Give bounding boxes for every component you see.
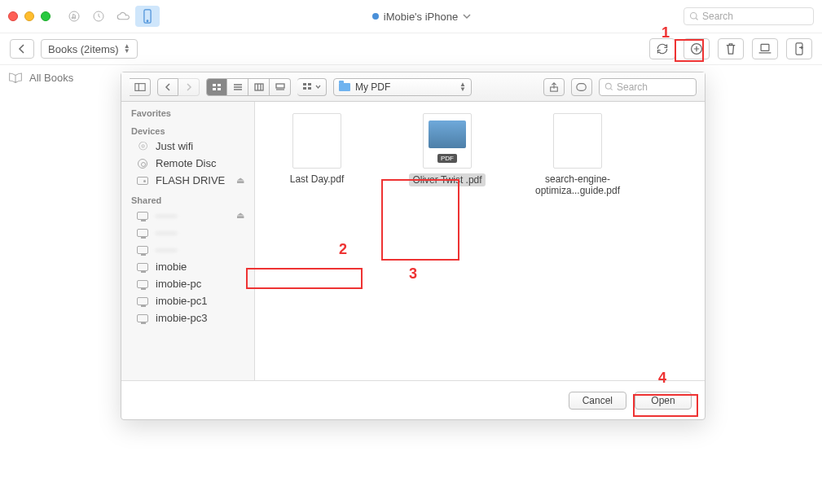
tag-button[interactable]	[571, 78, 592, 96]
updown-icon: ▲▼	[459, 82, 466, 92]
svg-point-6	[691, 13, 697, 20]
file-open-dialog: My PDF ▲▼ Search Favorites Devices ⦾ Jus…	[121, 72, 706, 420]
svg-point-1	[72, 17, 73, 19]
toggle-sidebar-button[interactable]	[130, 78, 151, 96]
eject-icon[interactable]: ⏏	[236, 175, 244, 186]
svg-rect-12	[218, 84, 221, 86]
breadcrumb-label: Books (2items)	[48, 43, 119, 55]
path-label: My PDF	[355, 81, 390, 93]
monitor-icon	[136, 245, 149, 255]
monitor-icon	[136, 211, 149, 221]
chevron-down-icon	[463, 12, 471, 20]
sidebar-item-imobie[interactable]: imobie	[121, 258, 254, 275]
breadcrumb-dropdown[interactable]: Books (2items) ▲▼	[41, 39, 138, 59]
device-name-label: iMobie's iPhone	[384, 11, 458, 23]
share-button[interactable]	[543, 78, 565, 96]
svg-rect-22	[577, 83, 586, 90]
icon-view-button[interactable]	[206, 78, 227, 96]
device-phone-icon[interactable]	[135, 6, 160, 27]
open-button[interactable]: Open	[635, 392, 692, 410]
cancel-button[interactable]: Cancel	[569, 392, 626, 410]
sidebar-toggle-group	[130, 78, 151, 96]
view-mode-group	[206, 78, 291, 96]
title-category-icons	[62, 6, 160, 27]
book-icon	[8, 72, 23, 83]
svg-point-23	[605, 83, 611, 89]
cloud-icon[interactable]	[111, 6, 135, 27]
dialog-search-field[interactable]: Search	[599, 78, 697, 96]
svg-rect-18	[308, 83, 311, 85]
svg-rect-4	[144, 10, 151, 23]
music-icon[interactable]	[62, 6, 86, 27]
file-thumbnail	[553, 113, 602, 169]
svg-point-0	[69, 11, 79, 21]
dialog-sidebar[interactable]: Favorites Devices ⦾ Just wifi Remote Dis…	[121, 102, 255, 380]
file-item[interactable]: Last Day.pdf	[268, 113, 366, 185]
sidebar-item-imobie-pc[interactable]: imobie-pc	[121, 275, 254, 292]
nav-forward-button[interactable]	[178, 78, 200, 96]
svg-rect-17	[303, 83, 306, 85]
file-grid[interactable]: Last Day.pdf PDF Oliver Twist .pdf searc…	[255, 102, 705, 380]
svg-rect-13	[213, 88, 216, 90]
sidebar-item-just-wifi[interactable]: ⦾ Just wifi	[121, 138, 254, 155]
send-to-device-button[interactable]	[752, 38, 778, 59]
sidebar-item-imobie-pc1[interactable]: imobie-pc1	[121, 292, 254, 309]
svg-rect-8	[761, 44, 769, 50]
svg-rect-19	[303, 87, 306, 90]
main-toolbar: Books (2items) ▲▼	[0, 33, 822, 65]
file-item-selected[interactable]: PDF Oliver Twist .pdf	[398, 113, 496, 186]
sidebar-item-flash-drive[interactable]: FLASH DRIVE ⏏	[121, 172, 254, 189]
sidebar-item-label: imobie-pc1	[156, 295, 208, 307]
back-button[interactable]	[10, 39, 34, 59]
list-view-button[interactable]	[227, 78, 248, 96]
folder-icon	[339, 83, 350, 91]
sync-button[interactable]	[649, 38, 675, 59]
arrange-group	[297, 78, 327, 96]
column-view-button[interactable]	[248, 78, 270, 96]
window-title[interactable]: iMobie's iPhone	[160, 11, 684, 23]
section-favorites: Favorites	[121, 102, 254, 120]
title-search-field[interactable]: Search	[684, 7, 814, 25]
svg-rect-16	[276, 84, 284, 88]
sidebar-item-label: Just wifi	[156, 140, 193, 152]
monitor-icon	[136, 313, 149, 323]
path-selector[interactable]: My PDF ▲▼	[333, 78, 472, 96]
sidebar-all-books[interactable]: All Books	[0, 65, 114, 90]
sidebar-item-shared[interactable]: ——	[121, 241, 254, 258]
sidebar-item-label: ——	[156, 209, 177, 221]
refresh-history-icon[interactable]	[86, 6, 111, 27]
sidebar-item-label: ——	[156, 243, 177, 256]
file-thumbnail	[292, 113, 341, 169]
window-titlebar: iMobie's iPhone Search	[0, 0, 822, 33]
search-icon	[604, 82, 613, 91]
coverflow-view-button[interactable]	[270, 78, 291, 96]
sidebar-item-label: FLASH DRIVE	[156, 174, 225, 186]
sidebar-item-remote-disc[interactable]: Remote Disc	[121, 155, 254, 172]
updown-icon: ▲▼	[124, 44, 130, 54]
sidebar-item-imobie-pc3[interactable]: imobie-pc3	[121, 309, 254, 327]
file-name-label: search-engine-optimiza...guide.pdf	[529, 173, 626, 196]
close-window-button[interactable]	[8, 11, 18, 21]
dialog-body: Favorites Devices ⦾ Just wifi Remote Dis…	[121, 102, 705, 380]
svg-rect-11	[213, 84, 216, 86]
sidebar-item-shared[interactable]: ——	[121, 224, 254, 241]
drive-icon	[136, 176, 149, 186]
eject-icon[interactable]: ⏏	[236, 210, 244, 221]
export-button[interactable]	[786, 38, 812, 59]
minimize-window-button[interactable]	[24, 11, 34, 21]
sidebar-item-shared[interactable]: ——⏏	[121, 207, 254, 224]
wifi-icon: ⦾	[136, 142, 149, 151]
sidebar-item-label: ——	[156, 226, 177, 239]
maximize-window-button[interactable]	[41, 11, 51, 21]
svg-point-5	[147, 20, 148, 22]
section-devices: Devices	[121, 120, 254, 138]
sidebar-item-label: imobie-pc	[156, 278, 201, 290]
file-item[interactable]: search-engine-optimiza...guide.pdf	[529, 113, 626, 196]
window-traffic-lights	[8, 11, 51, 21]
cancel-label: Cancel	[582, 395, 613, 406]
arrange-button[interactable]	[297, 78, 327, 96]
add-button[interactable]	[684, 38, 710, 59]
nav-back-button[interactable]	[157, 78, 178, 96]
file-name-label: Oliver Twist .pdf	[409, 173, 485, 186]
delete-button[interactable]	[718, 38, 744, 59]
